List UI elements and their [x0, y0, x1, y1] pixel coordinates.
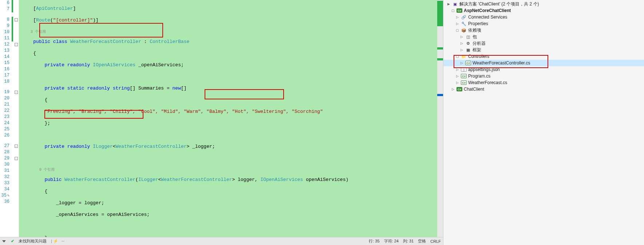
- fold-toggle[interactable]: -: [15, 157, 18, 160]
- dropdown-icon[interactable]: [2, 240, 6, 242]
- tree-item[interactable]: ▢ 📦 依赖项: [443, 27, 644, 33]
- solution-explorer[interactable]: ▶ ▣ 解决方案 'ChatClient' (2 个项目，共 2 个) ▢ C#…: [443, 0, 644, 245]
- codelens-references[interactable]: 3 个引用: [31, 30, 46, 34]
- tree-item-weather-controller[interactable]: ▷ C# WeatherForecastController.cs: [443, 60, 644, 66]
- status-char[interactable]: 字符: 24: [384, 238, 399, 244]
- tree-label: 依赖项: [468, 27, 481, 33]
- scroll-indicator[interactable]: [437, 0, 443, 237]
- tree-label: Controllers: [468, 54, 489, 59]
- tree-label: 包: [473, 34, 477, 40]
- fold-toggle[interactable]: -: [15, 91, 18, 94]
- editor-pane: 67 891011 12131415 161718 19202122 23242…: [0, 0, 443, 245]
- fold-toggle[interactable]: -: [15, 18, 18, 21]
- fold-toggle[interactable]: -: [15, 43, 18, 46]
- tree-item[interactable]: ▷ 🔧 Properties: [443, 20, 644, 27]
- fold-toggle[interactable]: -: [15, 145, 18, 148]
- tree-item[interactable]: ▷ ⚙ 分析器: [443, 40, 644, 47]
- tree-item[interactable]: ▷ ◫ 包: [443, 33, 644, 40]
- package-icon: ◫: [465, 34, 471, 40]
- tree-label: Connected Services: [468, 15, 507, 20]
- code-area[interactable]: 67 891011 12131415 161718 19202122 23242…: [0, 0, 443, 237]
- line-number-gutter: 67 891011 12131415 161718 19202122 23242…: [0, 0, 12, 237]
- csharp-file-icon: C#: [461, 74, 467, 78]
- fold-gutter[interactable]: - - - - -: [13, 0, 19, 237]
- dependencies-icon: 📦: [461, 27, 467, 33]
- json-file-icon: {}: [461, 68, 467, 72]
- status-indent[interactable]: 空格: [418, 238, 426, 244]
- csharp-project-icon: C#: [457, 87, 462, 91]
- csharp-file-icon: C#: [465, 61, 471, 65]
- folder-icon: 📁: [461, 54, 467, 59]
- csharp-project-icon: C#: [457, 8, 462, 13]
- status-line[interactable]: 行: 35: [369, 238, 379, 244]
- tree-label: WeatherForecastController.cs: [473, 60, 530, 66]
- status-col[interactable]: 列: 31: [403, 238, 414, 244]
- tree-label: Properties: [468, 21, 488, 26]
- tree-item[interactable]: ▷ ▦ 框架: [443, 47, 644, 53]
- tree-item[interactable]: ▷ C# Program.cs: [443, 73, 644, 79]
- codelens-references[interactable]: 0 个引用: [39, 168, 55, 172]
- solution-icon: ▣: [452, 1, 458, 7]
- tree-item-controllers[interactable]: ▢ 📁 Controllers: [443, 53, 644, 60]
- status-bar: ✔ 未找到相关问题 | ⚡ ─ 行: 35 字符: 24 列: 31 空格 CR…: [0, 237, 443, 245]
- attribute: Route: [36, 17, 50, 23]
- tree-item[interactable]: ▷ {} appsettings.json: [443, 66, 644, 73]
- analyzer-icon: ⚙: [465, 40, 471, 46]
- csharp-file-icon: C#: [461, 80, 467, 85]
- code-content[interactable]: [ApiController] [Route("[controller]")] …: [19, 0, 437, 237]
- tree-label: 分析器: [473, 40, 486, 47]
- tree-label: appsettings.json: [468, 67, 500, 72]
- tree-label: Program.cs: [468, 74, 490, 79]
- solution-label: 解决方案 'ChatClient' (2 个项目，共 2 个): [459, 1, 539, 7]
- tree-item[interactable]: ▷ 🔗 Connected Services: [443, 14, 644, 20]
- attribute: ApiController: [36, 6, 73, 11]
- framework-icon: ▦: [465, 47, 471, 53]
- tree-label: 框架: [473, 47, 481, 53]
- solution-root[interactable]: ▶ ▣ 解决方案 'ChatClient' (2 个项目，共 2 个): [443, 1, 644, 7]
- status-eol[interactable]: CRLF: [430, 239, 441, 244]
- project-label: ChatClient: [464, 87, 484, 92]
- project-node[interactable]: ▢ C# AspNetCoreChatClient: [443, 7, 644, 14]
- tree-item[interactable]: ▷ C# WeatherForecast.cs: [443, 79, 644, 86]
- connected-services-icon: 🔗: [461, 14, 467, 20]
- check-icon: ✔: [11, 239, 14, 244]
- tree-label: WeatherForecast.cs: [468, 80, 507, 85]
- project-node[interactable]: ▷ C# ChatClient: [443, 86, 644, 92]
- properties-icon: 🔧: [461, 21, 467, 27]
- string-literal: "[controller]": [53, 17, 93, 23]
- project-label: AspNetCoreChatClient: [464, 8, 511, 13]
- status-issues[interactable]: 未找到相关问题: [19, 238, 47, 244]
